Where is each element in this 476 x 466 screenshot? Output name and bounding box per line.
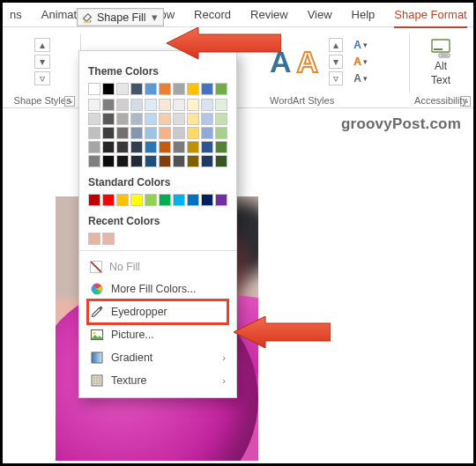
color-swatch[interactable] xyxy=(145,113,157,125)
color-swatch[interactable] xyxy=(159,141,171,153)
picture-fill-item[interactable]: Picture... xyxy=(88,323,227,346)
color-swatch[interactable] xyxy=(102,155,115,167)
color-swatch[interactable] xyxy=(130,127,143,139)
gallery-more-button[interactable]: ▿ xyxy=(34,71,50,85)
color-swatch[interactable] xyxy=(88,194,100,206)
color-swatch[interactable] xyxy=(130,99,143,111)
color-swatch[interactable] xyxy=(173,127,185,139)
color-swatch[interactable] xyxy=(88,99,100,111)
color-swatch[interactable] xyxy=(201,194,213,206)
no-fill-label: No Fill xyxy=(109,261,140,273)
alt-text-button[interactable]: Alt Text xyxy=(423,37,458,86)
color-swatch[interactable] xyxy=(173,155,185,167)
color-swatch[interactable] xyxy=(102,83,115,95)
color-swatch[interactable] xyxy=(201,127,213,139)
tab-transitions-cut[interactable]: ns xyxy=(10,8,22,26)
color-swatch[interactable] xyxy=(130,141,143,153)
color-swatch[interactable] xyxy=(88,127,100,139)
color-swatch[interactable] xyxy=(201,113,213,125)
eyedropper-item[interactable]: Eyedropper xyxy=(88,300,227,323)
color-swatch[interactable] xyxy=(201,83,213,95)
color-swatch[interactable] xyxy=(102,194,115,206)
gallery-down-button[interactable]: ▾ xyxy=(34,55,50,69)
more-fill-colors-item[interactable]: More Fill Colors... xyxy=(88,277,227,300)
color-swatch[interactable] xyxy=(159,99,171,111)
color-swatch[interactable] xyxy=(187,99,199,111)
color-swatch[interactable] xyxy=(102,233,115,245)
color-swatch[interactable] xyxy=(159,113,171,125)
shape-styles-dialog-launcher[interactable] xyxy=(64,96,75,107)
color-swatch[interactable] xyxy=(173,83,185,95)
tab-help[interactable]: Help xyxy=(352,8,376,26)
color-swatch[interactable] xyxy=(215,127,227,139)
texture-fill-item[interactable]: Texture › xyxy=(88,369,227,392)
color-swatch[interactable] xyxy=(173,113,185,125)
tab-shape-format[interactable]: Shape Format xyxy=(394,8,466,28)
wordart-preview-outline[interactable]: A xyxy=(297,47,319,77)
group-separator xyxy=(409,34,410,93)
color-swatch[interactable] xyxy=(88,155,100,167)
gallery-up-button[interactable]: ▴ xyxy=(329,38,343,52)
color-swatch[interactable] xyxy=(201,141,213,153)
tab-record[interactable]: Record xyxy=(194,8,231,26)
tab-review[interactable]: Review xyxy=(250,8,288,26)
color-swatch[interactable] xyxy=(215,83,227,95)
color-swatch[interactable] xyxy=(215,155,227,167)
gallery-more-button[interactable]: ▿ xyxy=(329,71,343,85)
color-swatch[interactable] xyxy=(187,141,199,153)
color-swatch[interactable] xyxy=(187,155,199,167)
text-fill-button[interactable]: A▾ xyxy=(353,38,375,52)
color-swatch[interactable] xyxy=(130,83,143,95)
color-swatch[interactable] xyxy=(159,83,171,95)
color-swatch[interactable] xyxy=(201,155,213,167)
color-swatch[interactable] xyxy=(145,155,157,167)
group-label: WordArt Styles xyxy=(270,95,367,107)
color-swatch[interactable] xyxy=(130,194,143,206)
color-swatch[interactable] xyxy=(145,194,157,206)
color-swatch[interactable] xyxy=(116,141,129,153)
gallery-up-button[interactable]: ▴ xyxy=(34,38,50,52)
color-swatch[interactable] xyxy=(187,127,199,139)
color-swatch[interactable] xyxy=(116,99,129,111)
color-swatch[interactable] xyxy=(145,83,157,95)
color-swatch[interactable] xyxy=(187,113,199,125)
color-swatch[interactable] xyxy=(116,83,129,95)
color-swatch[interactable] xyxy=(145,141,157,153)
color-swatch[interactable] xyxy=(173,99,185,111)
color-swatch[interactable] xyxy=(201,99,213,111)
color-swatch[interactable] xyxy=(88,113,100,125)
color-swatch[interactable] xyxy=(102,99,115,111)
text-effects-button[interactable]: A▾ xyxy=(353,71,375,85)
color-swatch[interactable] xyxy=(88,141,100,153)
color-swatch[interactable] xyxy=(173,141,185,153)
color-swatch[interactable] xyxy=(102,127,115,139)
shape-fill-button[interactable]: Shape Fill ▾ xyxy=(77,8,164,26)
color-swatch[interactable] xyxy=(215,194,227,206)
color-swatch[interactable] xyxy=(116,127,129,139)
color-swatch[interactable] xyxy=(130,113,143,125)
color-swatch[interactable] xyxy=(130,155,143,167)
color-swatch[interactable] xyxy=(159,127,171,139)
color-swatch[interactable] xyxy=(102,113,115,125)
no-fill-item[interactable]: No Fill xyxy=(88,256,227,277)
color-swatch[interactable] xyxy=(88,233,100,245)
color-swatch[interactable] xyxy=(215,141,227,153)
text-outline-button[interactable]: A▾ xyxy=(353,55,375,69)
gradient-fill-item[interactable]: Gradient › xyxy=(88,346,227,369)
color-swatch[interactable] xyxy=(145,99,157,111)
color-swatch[interactable] xyxy=(159,194,171,206)
gallery-down-button[interactable]: ▾ xyxy=(329,55,343,69)
color-swatch[interactable] xyxy=(116,113,129,125)
color-swatch[interactable] xyxy=(116,194,129,206)
color-swatch[interactable] xyxy=(173,194,185,206)
color-swatch[interactable] xyxy=(102,141,115,153)
color-swatch[interactable] xyxy=(187,194,199,206)
color-swatch[interactable] xyxy=(88,83,100,95)
color-swatch[interactable] xyxy=(145,127,157,139)
color-swatch[interactable] xyxy=(159,155,171,167)
color-swatch[interactable] xyxy=(215,113,227,125)
color-swatch[interactable] xyxy=(215,99,227,111)
color-swatch[interactable] xyxy=(187,83,199,95)
tab-view[interactable]: View xyxy=(308,8,332,26)
color-swatch[interactable] xyxy=(116,155,129,167)
